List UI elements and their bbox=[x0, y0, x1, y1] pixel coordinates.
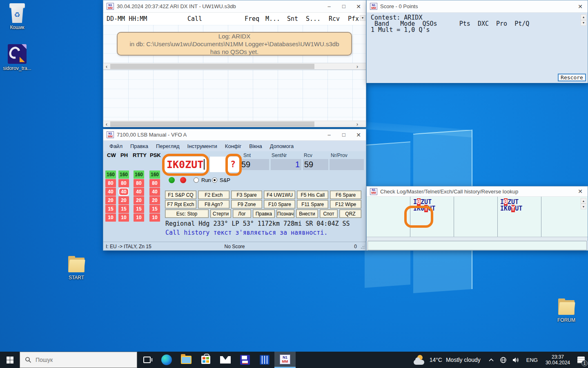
score-window-titlebar[interactable]: N1MM Score - 0 Points ✕ bbox=[367, 0, 588, 13]
scroll-right-icon[interactable]: › bbox=[354, 63, 361, 70]
store-button[interactable] bbox=[196, 352, 216, 368]
band-button-psk-20[interactable]: 20 bbox=[149, 196, 160, 204]
log-window-titlebar[interactable]: N1MM 30.04.2024 20:37:42Z ARI DX INT - U… bbox=[103, 0, 366, 13]
horizontal-scrollbar[interactable]: ‹ › bbox=[103, 121, 366, 127]
band-button-rtty-40[interactable]: 40 bbox=[134, 188, 144, 196]
f11-button[interactable]: F11 Spare bbox=[297, 200, 328, 209]
sp-radio-selected[interactable] bbox=[212, 177, 217, 183]
f5-button[interactable]: F5 His Call bbox=[297, 191, 328, 199]
close-icon[interactable]: ✕ bbox=[573, 0, 588, 12]
nrprov-field[interactable] bbox=[330, 159, 364, 170]
scroll-up-icon[interactable]: ▲ bbox=[581, 198, 586, 204]
exchange-input[interactable]: ? bbox=[210, 157, 241, 172]
tray-chevron-button[interactable] bbox=[486, 358, 497, 362]
f4-button[interactable]: F4 UW1WU bbox=[264, 191, 295, 199]
horizontal-scrollbar[interactable]: ‹ › bbox=[103, 63, 366, 70]
band-button-cw-160[interactable]: 160 bbox=[105, 171, 116, 179]
mark-button[interactable]: Познач bbox=[276, 209, 294, 218]
close-icon[interactable]: ✕ bbox=[573, 186, 588, 196]
f10-button[interactable]: F10 Spare bbox=[264, 200, 295, 209]
callsign-input[interactable]: IK0ZUT bbox=[165, 157, 207, 172]
menu-file[interactable]: Файл bbox=[109, 143, 122, 149]
resize-grip[interactable] bbox=[361, 245, 365, 249]
taskbar-search[interactable] bbox=[20, 352, 137, 368]
close-icon[interactable]: ✕ bbox=[351, 129, 366, 140]
desktop-icon-sidorov-file[interactable]: sidorov_tra... bbox=[2, 44, 33, 71]
band-button-ph-160[interactable]: 160 bbox=[118, 171, 129, 179]
menu-edit[interactable]: Правка bbox=[130, 143, 148, 149]
band-button-psk-10[interactable]: 10 bbox=[149, 213, 160, 222]
f3-button[interactable]: F3 Spare bbox=[231, 191, 263, 199]
scrollbar-thumb[interactable] bbox=[110, 64, 314, 69]
band-button-ph-20[interactable]: 20 bbox=[118, 196, 129, 204]
entry-window-titlebar[interactable]: N1MM 7100,00 LSB Manual - VFO A – □ ✕ bbox=[103, 129, 366, 141]
n1mm-taskbar-button-active[interactable]: N1MM bbox=[274, 352, 296, 368]
file-explorer-button[interactable] bbox=[176, 352, 196, 368]
snt-field[interactable]: 59 bbox=[239, 159, 269, 170]
scroll-down-icon[interactable]: ▼ bbox=[360, 15, 365, 21]
band-button-psk-80[interactable]: 80 bbox=[149, 179, 160, 187]
wipe-button[interactable]: Стерти bbox=[210, 209, 231, 218]
f8-button[interactable]: F8 Agn? bbox=[198, 200, 229, 209]
band-button-rtty-15[interactable]: 15 bbox=[134, 205, 144, 213]
band-button-ph-10[interactable]: 10 bbox=[118, 213, 129, 222]
edit-button[interactable]: Правка bbox=[253, 209, 275, 218]
desktop-icon-forum-folder[interactable]: FORUM bbox=[551, 300, 582, 323]
band-button-ph-15[interactable]: 15 bbox=[118, 205, 129, 213]
band-button-psk-15[interactable]: 15 bbox=[149, 205, 160, 213]
tray-volume-button[interactable] bbox=[510, 357, 523, 363]
run-radio[interactable] bbox=[194, 177, 199, 183]
desktop-icon-start-folder[interactable]: START bbox=[61, 258, 92, 280]
menu-tools[interactable]: Інструменти bbox=[187, 143, 217, 149]
tray-network-button[interactable] bbox=[497, 357, 510, 364]
search-input[interactable] bbox=[36, 357, 117, 363]
suggested-call[interactable]: IK0YUT bbox=[500, 205, 522, 212]
notification-center-button[interactable]: 1 bbox=[574, 352, 588, 368]
rcv-field[interactable]: 59 bbox=[303, 159, 328, 170]
menu-view[interactable]: Перегляд bbox=[156, 143, 180, 149]
weather-widget[interactable]: 14°C Mostly cloudy bbox=[409, 355, 486, 365]
task-view-button[interactable] bbox=[137, 352, 157, 368]
band-button-cw-80[interactable]: 80 bbox=[105, 179, 116, 187]
band-button-cw-15[interactable]: 15 bbox=[105, 205, 116, 213]
language-indicator[interactable]: ENG bbox=[523, 357, 541, 363]
scroll-down-icon[interactable]: ▼ bbox=[581, 204, 586, 209]
log-button[interactable]: Лог bbox=[233, 209, 251, 218]
maximize-icon[interactable]: □ bbox=[336, 129, 351, 140]
close-icon[interactable]: ✕ bbox=[351, 0, 366, 12]
logbook-app-button[interactable] bbox=[255, 352, 274, 368]
menu-config[interactable]: Конфіг bbox=[225, 143, 241, 149]
qrz-button[interactable]: QRZ bbox=[339, 209, 361, 218]
band-button-cw-10[interactable]: 10 bbox=[105, 213, 116, 222]
f9-button[interactable]: F9 Zone bbox=[231, 200, 263, 209]
scroll-left-icon[interactable]: ‹ bbox=[103, 63, 110, 70]
taskbar-clock[interactable]: 23:37 30.04.2024 bbox=[541, 354, 574, 366]
check-splitter[interactable] bbox=[367, 237, 588, 241]
esc-stop-button[interactable]: Esc: Stop bbox=[165, 209, 209, 218]
band-button-psk-160[interactable]: 160 bbox=[149, 171, 160, 179]
scroll-down-icon[interactable]: ▼ bbox=[581, 20, 586, 26]
f12-button[interactable]: F12 Wipe bbox=[330, 200, 361, 209]
minimize-icon[interactable]: – bbox=[322, 0, 336, 12]
band-button-ph-40-selected[interactable]: 40 bbox=[118, 188, 129, 196]
scroll-right-icon[interactable]: › bbox=[354, 121, 361, 127]
scroll-left-icon[interactable]: ‹ bbox=[103, 121, 110, 127]
band-button-rtty-10[interactable]: 10 bbox=[134, 213, 144, 222]
store-button[interactable]: Внести bbox=[296, 209, 318, 218]
edge-browser-button[interactable] bbox=[157, 352, 176, 368]
band-button-cw-40[interactable]: 40 bbox=[105, 188, 116, 196]
minimize-icon[interactable]: – bbox=[322, 129, 336, 140]
floppy-app-button[interactable] bbox=[235, 352, 255, 368]
scroll-up-icon[interactable]: ▲ bbox=[581, 14, 586, 20]
f7-button[interactable]: F7 Rpt Exch bbox=[165, 200, 196, 209]
band-button-rtty-20[interactable]: 20 bbox=[134, 196, 144, 204]
band-button-cw-20[interactable]: 20 bbox=[105, 196, 116, 204]
rescore-button[interactable]: Rescore bbox=[558, 74, 586, 81]
f1-button[interactable]: F1 S&P CQ bbox=[165, 191, 196, 199]
band-button-ph-80[interactable]: 80 bbox=[118, 179, 129, 187]
maximize-icon[interactable]: □ bbox=[336, 0, 351, 12]
check-window-titlebar[interactable]: N1MM Check Log/Master/Telnet/Exch/Call h… bbox=[367, 186, 588, 197]
spot-button[interactable]: Спот bbox=[320, 209, 338, 218]
suggested-call[interactable]: I0ZUT bbox=[413, 199, 435, 205]
f6-button[interactable]: F6 Spare bbox=[330, 191, 361, 199]
